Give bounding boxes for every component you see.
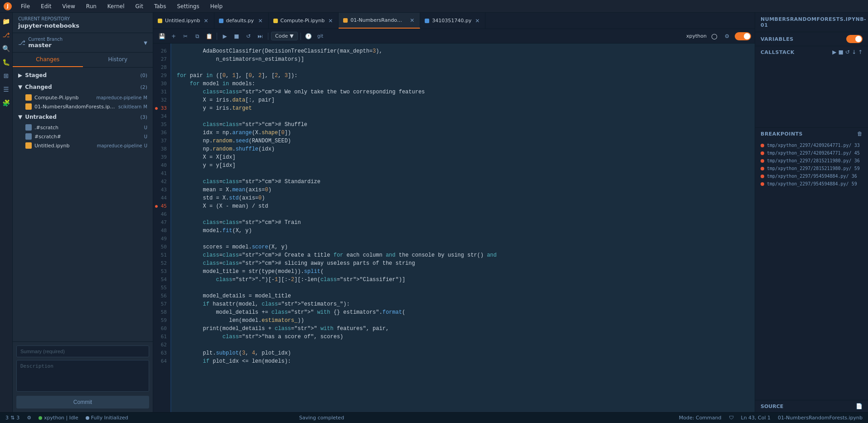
menu-file[interactable]: File xyxy=(19,2,32,10)
code-content[interactable]: AdaBoostClassifier(DecisionTreeClassifie… xyxy=(171,44,755,412)
untracked-section-header[interactable]: ▼ Untracked (3) xyxy=(13,111,153,123)
line-number-52: 52 xyxy=(153,259,170,267)
editor-tab-3[interactable]: 01-NumbersRandomForests.ipynb ✕ xyxy=(339,13,420,29)
debug-icon[interactable]: 🐛 xyxy=(1,57,11,67)
fast-forward-button[interactable]: ⏭ xyxy=(255,31,265,41)
description-input[interactable] xyxy=(16,360,149,392)
tab-close-0[interactable]: ✕ xyxy=(203,17,209,25)
line-number-58: 58 xyxy=(153,308,170,316)
code-line-53: model_title = str(type(model)).split( xyxy=(171,267,755,276)
callstack-step-down-icon[interactable]: ↓ xyxy=(852,49,856,55)
changed-section-header[interactable]: ▼ Changed (2) xyxy=(13,81,153,93)
tab-close-4[interactable]: ✕ xyxy=(474,17,480,25)
line-number-41: 41 xyxy=(153,170,170,178)
tab-changes[interactable]: Changes xyxy=(13,53,83,67)
breakpoint-item-1[interactable]: tmp/xpython_2297/4209264771.py/ 45 xyxy=(755,149,868,157)
stop-button[interactable]: ■ xyxy=(232,31,242,41)
init-status: Fully Initialized xyxy=(91,415,128,421)
branch-chevron-icon[interactable]: ▼ xyxy=(144,40,147,45)
save-button[interactable]: 💾 xyxy=(157,31,167,41)
variables-toggle[interactable] xyxy=(735,32,751,40)
status-dot-gray xyxy=(86,416,89,420)
tab-close-3[interactable]: ✕ xyxy=(409,16,415,24)
bp-dot-2 xyxy=(761,159,764,163)
changed-file-1[interactable]: 01-NumbersRandomForests.ipynb scikitlear… xyxy=(13,102,153,111)
menu-git[interactable]: Git xyxy=(134,2,145,10)
callstack-stop-icon[interactable]: ■ xyxy=(838,49,843,55)
sidebar-tabs: Changes History xyxy=(13,53,153,68)
breakpoint-item-3[interactable]: tmp/xpython_2297/2815211980.py/ 59 xyxy=(755,165,868,172)
callstack-restart-icon[interactable]: ↺ xyxy=(845,49,850,55)
staged-count: (0) xyxy=(140,73,147,78)
menu-help[interactable]: Help xyxy=(209,2,224,10)
add-cell-button[interactable]: + xyxy=(169,31,179,41)
line-number-49: 49 xyxy=(153,235,170,243)
code-line-44: std = X.std(axis=0) xyxy=(171,194,755,202)
copy-button[interactable]: ⧉ xyxy=(192,31,202,41)
untracked-file-1[interactable]: #scratch# U xyxy=(13,132,153,141)
status-gear[interactable]: ⚙ xyxy=(27,415,31,421)
tab-close-2[interactable]: ✕ xyxy=(327,17,334,25)
git-icon[interactable]: ⎇ xyxy=(1,30,11,40)
sync-icon[interactable]: ⇅ xyxy=(10,415,15,421)
editor-tab-4[interactable]: 3410351740.py ✕ xyxy=(420,13,485,29)
git-toolbar-label[interactable]: git xyxy=(315,31,325,41)
kernel-status: xpython | Idle xyxy=(44,415,78,421)
variables-toggle-switch[interactable] xyxy=(846,35,863,43)
branch-label: Current Branch xyxy=(28,37,63,42)
search-icon[interactable]: 🔍 xyxy=(1,44,11,53)
breakpoint-item-4[interactable]: tmp/xpython_2297/954594884.py/ 36 xyxy=(755,172,868,180)
editor-tab-2[interactable]: Compute-Pi.ipynb ✕ xyxy=(269,13,339,29)
folder-icon[interactable]: 📁 xyxy=(1,16,11,26)
code-line-31: class=class="str">"cm"># We only take th… xyxy=(171,88,755,96)
breakpoint-item-5[interactable]: tmp/xpython_2297/954594884.py/ 59 xyxy=(755,180,868,188)
tab-label-3: 01-NumbersRandomForests.ipynb xyxy=(350,17,406,23)
settings-icon[interactable]: ⚙ xyxy=(722,31,732,41)
cell-type-dropdown[interactable]: Code ▼ xyxy=(271,32,298,40)
tab-close-1[interactable]: ✕ xyxy=(257,17,264,25)
line-number-63: 63 xyxy=(153,349,170,357)
tab-bar: Untitled.ipynb ✕ defaults.py ✕ Compute-P… xyxy=(153,13,755,29)
paste-button[interactable]: 📋 xyxy=(204,31,214,41)
menu-tabs[interactable]: Tabs xyxy=(152,2,168,10)
callstack-label: CALLSTACK xyxy=(761,49,795,55)
cut-button[interactable]: ✂ xyxy=(180,31,190,41)
changed-file-0[interactable]: Compute-Pi.ipynb mapreduce-pipeline M xyxy=(13,93,153,102)
untracked-file-0[interactable]: .#scratch U xyxy=(13,123,153,132)
menu-view[interactable]: View xyxy=(60,2,77,10)
editor-tab-0[interactable]: Untitled.ipynb ✕ xyxy=(153,13,214,29)
extensions-icon[interactable]: ⊞ xyxy=(1,71,11,81)
summary-input[interactable] xyxy=(16,345,149,357)
puzzle-icon[interactable]: 🧩 xyxy=(1,98,11,108)
callstack-play-icon[interactable]: ▶ xyxy=(832,49,836,55)
editor-tab-1[interactable]: defaults.py ✕ xyxy=(214,13,269,29)
menu-settings[interactable]: Settings xyxy=(175,2,201,10)
restart-button[interactable]: ↺ xyxy=(243,31,253,41)
clock-icon[interactable]: 🕐 xyxy=(304,31,314,41)
commit-button[interactable]: Commit xyxy=(16,396,149,408)
staged-chevron-icon: ▶ xyxy=(18,72,22,78)
tab-label-1: defaults.py xyxy=(226,18,255,24)
line-number-53: 53 xyxy=(153,267,170,276)
circle-icon[interactable]: ○ xyxy=(709,31,719,41)
breakpoints-section: BREAKPOINTS 🗑 tmp/xpython_2297/420926477… xyxy=(755,128,868,400)
code-line-32: X = iris.data[:, pair] xyxy=(171,96,755,104)
line-number-42: 42 xyxy=(153,178,170,186)
breakpoints-clear-icon[interactable]: 🗑 xyxy=(857,131,863,137)
untracked-file-status-2: U xyxy=(144,143,147,148)
menu-kernel[interactable]: Kernel xyxy=(106,2,126,10)
branch-section[interactable]: ⎇ Current Branch master ▼ xyxy=(13,33,153,53)
cell-type-chevron-icon: ▼ xyxy=(290,33,293,39)
menu-edit[interactable]: Edit xyxy=(39,2,53,10)
menu-run[interactable]: Run xyxy=(84,2,98,10)
cell-type-label: Code xyxy=(275,33,288,39)
untracked-file-2[interactable]: Untitled.ipynb mapreduce-pipeline U xyxy=(13,141,153,150)
tab-history[interactable]: History xyxy=(83,53,153,67)
list-icon[interactable]: ☰ xyxy=(1,84,11,94)
run-button[interactable]: ▶ xyxy=(220,31,230,41)
callstack-step-up-icon[interactable]: ↑ xyxy=(858,49,863,55)
source-icon[interactable]: 📄 xyxy=(856,403,863,409)
breakpoint-item-0[interactable]: tmp/xpython_2297/4209264771.py/ 33 xyxy=(755,141,868,149)
staged-section-header[interactable]: ▶ Staged (0) xyxy=(13,69,153,81)
breakpoint-item-2[interactable]: tmp/xpython_2297/2815211980.py/ 36 xyxy=(755,157,868,165)
